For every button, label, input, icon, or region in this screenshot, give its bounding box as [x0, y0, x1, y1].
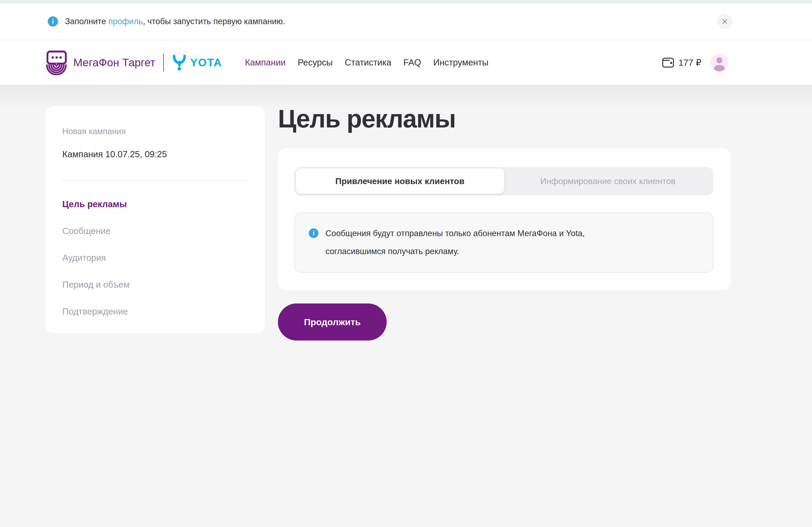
campaign-name: Кампания 10.07.25, 09:25 [62, 149, 249, 160]
goal-type-tabs: Привлечение новых клиентов Информировани… [294, 167, 713, 195]
brand-divider [163, 54, 164, 71]
nav-item-tools[interactable]: Инструменты [433, 57, 489, 67]
app-header: МегаФон Таргет YOTA Кампании Ресурсы Ста… [0, 40, 812, 85]
header-right: 177 ₽ [662, 54, 728, 71]
avatar-icon [710, 54, 728, 71]
banner-text-after: , чтобы запустить первую кампанию. [143, 17, 285, 26]
info-note-line1: Сообщения будут отправлены только абонен… [325, 224, 585, 242]
step-period-volume[interactable]: Период и объем [62, 280, 249, 290]
balance-amount: 177 ₽ [679, 57, 701, 68]
banner-message: Заполните профиль, чтобы запустить перву… [65, 17, 285, 26]
continue-button[interactable]: Продолжить [278, 303, 387, 341]
info-note-text: Сообщения будут отправлены только абонен… [325, 224, 585, 260]
info-icon-glyph: i [313, 230, 315, 236]
sidebar-divider [62, 180, 249, 181]
step-message[interactable]: Сообщение [62, 226, 249, 236]
info-icon-glyph: i [52, 18, 54, 25]
campaign-steps-sidebar: Новая кампания Кампания 10.07.25, 09:25 … [46, 106, 265, 333]
close-icon: ✕ [721, 17, 728, 27]
yota-wordmark: YOTA [190, 56, 222, 69]
banner-text-before: Заполните [65, 17, 108, 26]
page-title: Цель рекламы [278, 106, 731, 132]
yota-logo-icon [172, 54, 187, 71]
megafon-target-logo-icon [45, 50, 68, 75]
main-nav: Кампании Ресурсы Статистика FAQ Инструме… [245, 57, 489, 67]
nav-item-campaigns[interactable]: Кампании [245, 57, 286, 67]
window-top-strip [0, 0, 812, 3]
step-audience[interactable]: Аудитория [62, 253, 249, 263]
nav-item-faq[interactable]: FAQ [403, 57, 421, 67]
info-icon: i [309, 228, 318, 238]
main-panel: Цель рекламы Привлечение новых клиентов … [278, 106, 731, 341]
info-icon: i [48, 16, 58, 27]
brand-name: МегаФон Таргет [73, 56, 155, 69]
page-content: Новая кампания Кампания 10.07.25, 09:25 … [0, 85, 812, 526]
nav-item-resources[interactable]: Ресурсы [298, 57, 333, 67]
profile-link[interactable]: профиль [108, 17, 143, 26]
user-avatar[interactable] [710, 54, 728, 71]
goal-card: Привлечение новых клиентов Информировани… [278, 148, 731, 290]
info-note: i Сообщения будут отправлены только абон… [294, 212, 713, 273]
steps-list: Цель рекламы Сообщение Аудитория Период … [62, 199, 249, 317]
nav-item-statistics[interactable]: Статистика [345, 57, 391, 67]
balance-button[interactable]: 177 ₽ [662, 57, 701, 68]
brand-logo[interactable]: МегаФон Таргет YOTA [45, 50, 222, 75]
sidebar-section-label: Новая кампания [62, 127, 249, 136]
tab-attract-new-clients[interactable]: Привлечение новых клиентов [296, 168, 504, 194]
wallet-icon [662, 57, 674, 68]
info-note-line2: согласившимся получать рекламу. [325, 242, 585, 260]
banner-close-button[interactable]: ✕ [717, 14, 733, 29]
tab-inform-own-clients[interactable]: Информирование своих клиентов [504, 168, 712, 194]
profile-notification-banner: i Заполните профиль, чтобы запустить пер… [0, 3, 812, 40]
step-confirmation[interactable]: Подтверждение [62, 306, 249, 317]
step-goal[interactable]: Цель рекламы [62, 199, 249, 209]
